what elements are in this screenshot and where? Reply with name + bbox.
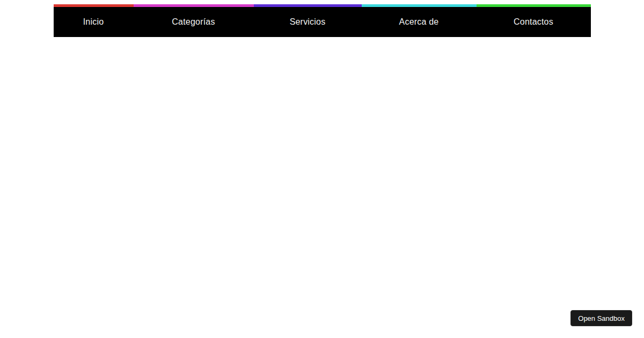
nav-item-servicios[interactable]: Servicios (254, 4, 362, 37)
nav-list: Inicio Categorías Servicios Acerca de Co… (54, 4, 591, 37)
nav-item-acerca-de-label: Acerca de (399, 17, 439, 27)
empty-page-content (0, 37, 644, 334)
main-navbar: Inicio Categorías Servicios Acerca de Co… (54, 4, 591, 37)
page: Inicio Categorías Servicios Acerca de Co… (0, 0, 644, 338)
open-sandbox-button[interactable]: Open Sandbox (570, 310, 632, 326)
nav-item-contactos-label: Contactos (514, 17, 553, 27)
nav-item-inicio-label: Inicio (83, 17, 104, 27)
nav-item-categorias-label: Categorías (172, 17, 215, 27)
nav-item-inicio[interactable]: Inicio (54, 4, 134, 37)
nav-item-acerca-de[interactable]: Acerca de (362, 4, 477, 37)
nav-item-servicios-label: Servicios (290, 17, 326, 27)
nav-item-contactos[interactable]: Contactos (477, 4, 591, 37)
nav-item-categorias[interactable]: Categorías (134, 4, 254, 37)
